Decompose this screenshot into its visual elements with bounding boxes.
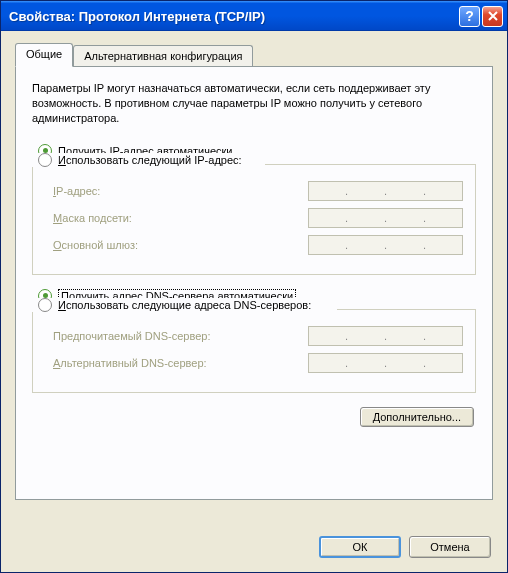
input-alternate-dns: ... bbox=[308, 353, 463, 373]
label-ip-address: IP-адрес: bbox=[53, 185, 308, 197]
tab-strip: Общие Альтернативная конфигурация bbox=[15, 43, 493, 66]
titlebar[interactable]: Свойства: Протокол Интернета (TCP/IP) ? bbox=[1, 1, 507, 31]
radio-label: Использовать следующий IP-адрес: bbox=[58, 154, 242, 166]
radio-icon bbox=[38, 298, 52, 312]
radio-manual-dns[interactable]: Использовать следующие адреса DNS-сервер… bbox=[32, 298, 315, 312]
label-preferred-dns: Предпочитаемый DNS-сервер: bbox=[53, 330, 308, 342]
tab-alternate[interactable]: Альтернативная конфигурация bbox=[73, 45, 253, 66]
input-preferred-dns: ... bbox=[308, 326, 463, 346]
window-title: Свойства: Протокол Интернета (TCP/IP) bbox=[9, 9, 459, 24]
radio-manual-ip[interactable]: Использовать следующий IP-адрес: bbox=[32, 153, 246, 167]
properties-dialog: Свойства: Протокол Интернета (TCP/IP) ? … bbox=[0, 0, 508, 573]
label-default-gateway: Основной шлюз: bbox=[53, 239, 308, 251]
dns-fieldset: Предпочитаемый DNS-сервер: ... Альтернат… bbox=[32, 309, 476, 393]
input-subnet-mask: ... bbox=[308, 208, 463, 228]
label-subnet-mask: Маска подсети: bbox=[53, 212, 308, 224]
label-alternate-dns: Альтернативный DNS-сервер: bbox=[53, 357, 308, 369]
ok-button[interactable]: ОК bbox=[319, 536, 401, 558]
ip-fieldset: IP-адрес: ... Маска подсети: ... Основно… bbox=[32, 164, 476, 275]
input-ip-address: ... bbox=[308, 181, 463, 201]
tab-general[interactable]: Общие bbox=[15, 43, 73, 67]
tab-panel-general: Параметры IP могут назначаться автоматич… bbox=[15, 66, 493, 500]
advanced-button[interactable]: Дополнительно... bbox=[360, 407, 474, 427]
input-default-gateway: ... bbox=[308, 235, 463, 255]
radio-label: Использовать следующие адреса DNS-сервер… bbox=[58, 299, 311, 311]
description-text: Параметры IP могут назначаться автоматич… bbox=[32, 81, 476, 126]
radio-icon bbox=[38, 153, 52, 167]
close-icon[interactable] bbox=[482, 6, 503, 27]
help-icon[interactable]: ? bbox=[459, 6, 480, 27]
cancel-button[interactable]: Отмена bbox=[409, 536, 491, 558]
